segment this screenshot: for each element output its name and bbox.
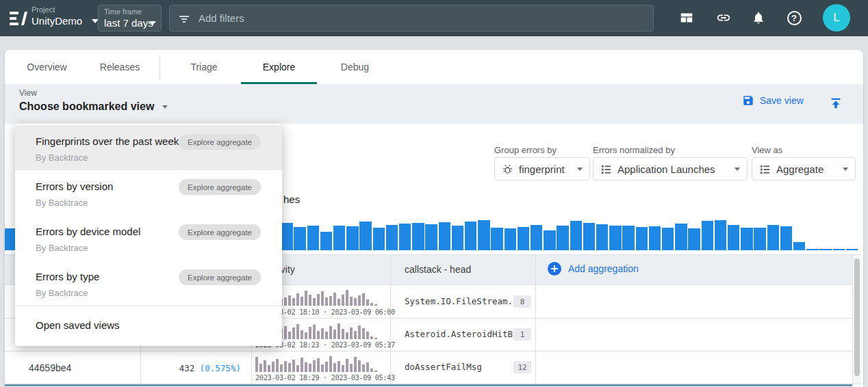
chart-bar[interactable] [478, 220, 489, 250]
chart-bar[interactable] [636, 227, 648, 250]
chart-bar[interactable] [491, 228, 502, 250]
sparkline-bar [296, 293, 299, 306]
sparkline-bar [350, 364, 353, 372]
chart-bar[interactable] [583, 223, 595, 250]
tab-triage[interactable]: Triage [159, 50, 248, 84]
errors-count: 432 [179, 363, 195, 373]
chart-bar[interactable] [452, 226, 463, 250]
chevron-down-icon [162, 105, 168, 109]
column-header-callstack-head[interactable]: callstack - head [405, 264, 471, 275]
errors-percent: (0.575%) [200, 363, 241, 373]
dashboard-button[interactable] [677, 8, 696, 27]
chart-bar[interactable] [570, 221, 582, 250]
add-filters-input[interactable]: Add filters [169, 5, 654, 31]
tab-debug[interactable]: Debug [317, 50, 393, 84]
help-button[interactable]: ? [784, 8, 804, 27]
chart-bar[interactable] [728, 225, 739, 250]
horizontal-scrollbar[interactable] [5, 384, 852, 386]
sparkline-bar [333, 330, 336, 339]
callstack-count-badge: 1 [513, 328, 531, 341]
tab-overview[interactable]: Overview [14, 50, 80, 84]
sparkline-bar [292, 360, 295, 372]
chart-bar[interactable] [386, 225, 398, 250]
collapse-header-button[interactable] [828, 96, 843, 114]
chart-bar[interactable] [806, 249, 818, 250]
chart-bar[interactable] [373, 228, 385, 250]
backtrace-logo-icon[interactable] [8, 8, 29, 29]
menu-item-errors-by-version[interactable]: Errors by version Explore aggregate By B… [15, 170, 282, 215]
sparkline-bar [325, 362, 328, 372]
chart-bar[interactable] [819, 249, 831, 250]
vertical-scrollbar[interactable] [854, 258, 860, 376]
chart-bar[interactable] [741, 228, 752, 250]
chart-bar[interactable] [518, 227, 529, 250]
chart-bar[interactable] [544, 230, 555, 250]
chart-bar[interactable] [780, 226, 792, 250]
sparkline-bar [370, 369, 373, 372]
sparkline-bar [284, 326, 287, 339]
chart-bar[interactable] [754, 228, 765, 250]
sparkline-bar [268, 365, 270, 372]
menu-item-fingerprints-week[interactable]: Fingerprints over the past week Explore … [15, 125, 282, 170]
chart-bar[interactable] [767, 225, 779, 250]
list-icon [600, 163, 612, 175]
chart-bar[interactable] [439, 222, 450, 250]
menu-item-errors-by-device-model[interactable]: Errors by device model Explore aggregate… [15, 215, 282, 261]
chart-bar[interactable] [793, 242, 805, 250]
tab-explore[interactable]: Explore [241, 50, 317, 84]
table-row[interactable]: 44659be4 432 (0.575%) 2023-03-02 18:29 ·… [5, 351, 861, 384]
chart-bar[interactable] [557, 226, 568, 250]
chart-bar[interactable] [294, 227, 305, 250]
add-filters-placeholder: Add filters [199, 12, 244, 24]
chart-bar[interactable] [465, 222, 476, 250]
chart-bar[interactable] [307, 226, 319, 250]
chart-bar[interactable] [675, 224, 687, 250]
chart-bar[interactable] [399, 224, 411, 250]
share-link-button[interactable] [714, 8, 733, 27]
chart-bar[interactable] [649, 226, 661, 250]
chart-bar[interactable] [531, 225, 542, 250]
menu-item-errors-by-type[interactable]: Errors by type Explore aggregate By Back… [15, 261, 282, 306]
sparkline-bar [374, 304, 377, 306]
sparkline-bar [366, 299, 369, 306]
chart-bar[interactable] [320, 232, 332, 250]
chart-bar[interactable] [425, 224, 437, 250]
chart-bar[interactable] [505, 228, 516, 250]
sparkline-bar [301, 297, 303, 306]
notifications-button[interactable] [749, 8, 768, 27]
normalized-by-dropdown[interactable]: Application Launches [593, 157, 748, 181]
sparkline-bar [288, 295, 291, 306]
view-as-dropdown[interactable]: Aggregate [752, 157, 856, 181]
avatar[interactable]: L [823, 4, 850, 31]
chart-bar[interactable] [846, 249, 858, 250]
project-selector[interactable]: UnityDemo [31, 15, 99, 27]
chart-bar[interactable] [688, 228, 700, 250]
bookmarked-views-menu: Fingerprints over the past week Explore … [15, 124, 282, 346]
chart-bar[interactable] [596, 224, 608, 250]
sparkline-bar [296, 324, 299, 339]
group-by-dropdown[interactable]: fingerprint [494, 157, 590, 181]
chart-bar[interactable] [833, 249, 845, 250]
chart-bar[interactable] [702, 221, 713, 250]
sparkline-bar [374, 371, 377, 372]
project-value: UnityDemo [31, 15, 82, 27]
chart-bar[interactable] [662, 228, 674, 250]
chart-bar[interactable] [609, 226, 621, 250]
chart-bar[interactable] [333, 226, 345, 250]
chart-bar[interactable] [412, 223, 424, 250]
chart-bar[interactable] [281, 223, 292, 250]
save-view-button[interactable]: Save view [742, 94, 804, 107]
timeframe-selector[interactable]: Time frame last 7 days [98, 5, 162, 31]
chart-bar[interactable] [715, 220, 726, 250]
chart-bar[interactable] [622, 226, 634, 250]
sparkline-bar [362, 293, 365, 306]
menu-item-open-saved-views[interactable]: Open saved views [15, 306, 282, 346]
add-aggregation-button[interactable]: Add aggregation [548, 262, 639, 276]
tab-releases[interactable]: Releases [80, 50, 159, 84]
bookmarked-view-selector[interactable]: Choose bookmarked view [19, 101, 168, 113]
chart-bar[interactable] [346, 226, 358, 250]
sparkline-bar [346, 290, 348, 306]
chart-bar[interactable] [359, 222, 371, 250]
sparkline-bar [358, 360, 361, 372]
timeframe-label: Time frame [104, 8, 142, 16]
